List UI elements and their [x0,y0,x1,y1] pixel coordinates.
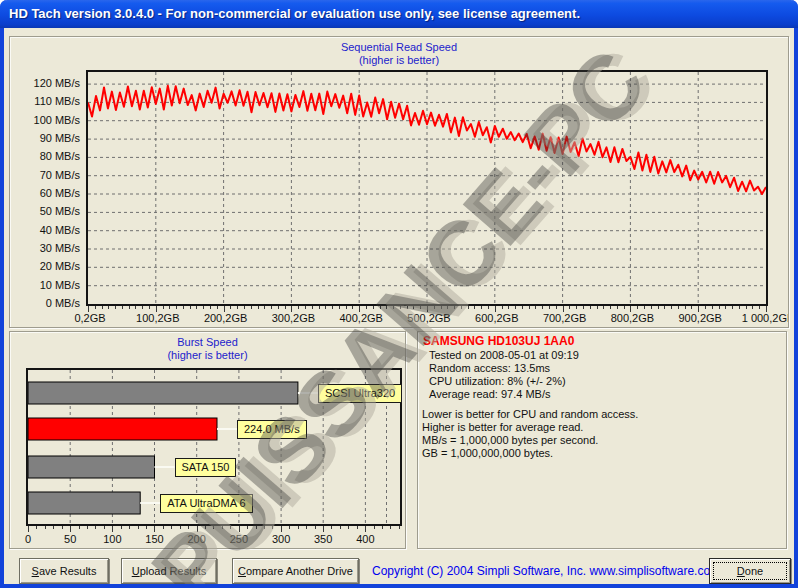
burst-bar [28,456,155,478]
title-bar[interactable]: HD Tach version 3.0.4.0 - For non-commer… [0,0,798,28]
sequential-chart-title: Sequential Read Speed [10,41,788,53]
burst-x-axis-label: 350 [303,533,343,545]
y-axis-label: 40 MB/s [12,224,80,237]
compare-another-drive-button[interactable]: Compare Another Drive [232,558,359,584]
burst-x-axis-label: 150 [135,533,175,545]
y-axis-label: 50 MB/s [12,205,80,218]
y-axis-label: 90 MB/s [12,132,80,145]
burst-x-axis-label: 50 [50,533,90,545]
burst-bar [28,418,217,440]
burst-bar-label: SCSI Ultra320 [318,384,402,403]
y-axis-label: 70 MB/s [12,169,80,182]
drive-info-panel: SAMSUNG HD103UJ 1AA0 Tested on 2008-05-0… [417,331,787,549]
y-axis-label: 10 MB/s [12,279,80,292]
drive-test-details: Tested on 2008-05-01 at 09:19Random acce… [429,349,579,401]
burst-bar-label: ATA UltraDMA 6 [160,494,252,513]
x-axis-label: 1 000,2GE [723,312,789,324]
burst-bar-label: SATA 150 [175,458,237,477]
done-button[interactable]: Done [709,558,791,584]
sequential-read-chart [88,72,766,304]
info-note-line: Higher is better for average read. [422,421,638,434]
drive-name: SAMSUNG HD103UJ 1AA0 [423,334,574,348]
drive-detail-line: Tested on 2008-05-01 at 09:19 [429,349,579,362]
drive-detail-line: Random access: 13.5ms [429,362,579,375]
y-axis-label: 0 MB/s [12,297,80,310]
drive-detail-line: Average read: 97.4 MB/s [429,388,579,401]
upload-results-button[interactable]: Upload Results [121,558,217,584]
y-axis-label: 100 MB/s [12,114,80,127]
info-note-line: GB = 1,000,000,000 bytes. [422,447,638,460]
y-axis-label: 120 MB/s [12,77,80,90]
burst-bar-label: 224.0 MB/s [237,420,307,439]
burst-chart-title: Burst Speed [10,336,405,348]
drive-detail-line: CPU utilization: 8% (+/- 2%) [429,375,579,388]
burst-x-axis-label: 100 [92,533,132,545]
burst-x-axis-label: 0 [9,533,48,545]
copyright-text: Copyright (C) 2004 Simpli Software, Inc.… [372,564,702,578]
burst-chart-subtitle: (higher is better) [10,349,405,361]
info-note-line: Lower is better for CPU and random acces… [422,408,638,421]
y-axis-label: 80 MB/s [12,150,80,163]
burst-x-axis-label: 300 [261,533,301,545]
drive-info-notes: Lower is better for CPU and random acces… [422,408,638,460]
burst-bar [28,492,140,514]
burst-x-axis-label: 250 [219,533,259,545]
y-axis-label: 60 MB/s [12,187,80,200]
window-title: HD Tach version 3.0.4.0 - For non-commer… [9,6,580,21]
client-area: Sequential Read Speed (higher is better)… [4,28,794,584]
y-axis-label: 30 MB/s [12,242,80,255]
burst-x-axis-label: 200 [177,533,217,545]
burst-x-axis-major-ticks [28,526,404,532]
sequential-chart-subtitle: (higher is better) [10,54,788,66]
info-note-line: MB/s = 1,000,000 bytes per second. [422,434,638,447]
burst-speed-panel: Burst Speed (higher is better) SCSI Ultr… [9,331,406,549]
burst-x-axis-label: 400 [345,533,385,545]
y-axis-label: 20 MB/s [12,260,80,273]
save-results-button[interactable]: Save Results [19,558,109,584]
sequential-read-panel: Sequential Read Speed (higher is better)… [9,36,789,328]
hdtach-window: HD Tach version 3.0.4.0 - For non-commer… [0,0,798,588]
y-axis-label: 110 MB/s [12,95,80,108]
burst-bar [28,382,298,404]
sequential-read-plot [86,70,768,306]
